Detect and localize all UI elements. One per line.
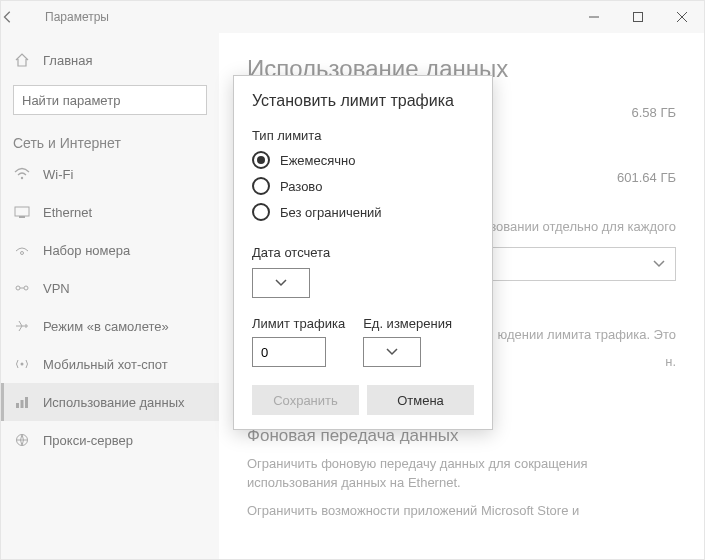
vpn-icon (13, 281, 31, 295)
maximize-button[interactable] (616, 1, 660, 33)
data-limit-input[interactable] (252, 337, 326, 367)
sidebar-home-label: Главная (43, 53, 92, 68)
svg-rect-1 (634, 13, 643, 22)
sidebar-home[interactable]: Главная (1, 41, 219, 79)
radio-label: Ежемесячно (280, 153, 356, 168)
sidebar-section-heading: Сеть и Интернет (1, 129, 219, 155)
ethernet-icon (13, 205, 31, 219)
sidebar-item-label: Мобильный хот-спот (43, 357, 168, 372)
radio-icon (252, 151, 270, 169)
data-limit-label: Лимит трафика (252, 316, 345, 331)
cancel-button[interactable]: Отмена (367, 385, 474, 415)
window-title: Параметры (45, 10, 109, 24)
svg-point-2 (21, 177, 23, 179)
svg-rect-12 (25, 397, 28, 408)
sidebar-item-airplane[interactable]: Режим «в самолете» (1, 307, 219, 345)
svg-rect-11 (21, 400, 24, 408)
close-button[interactable] (660, 1, 704, 33)
titlebar: Параметры (1, 1, 704, 33)
wifi-icon (13, 167, 31, 181)
radio-onetime[interactable]: Разово (252, 177, 474, 195)
sidebar-item-label: Ethernet (43, 205, 92, 220)
chevron-down-icon (275, 279, 287, 287)
radio-icon (252, 203, 270, 221)
reset-date-dropdown[interactable] (252, 268, 310, 298)
sidebar: Главная Сеть и Интернет Wi-Fi Ethernet Н… (1, 33, 219, 559)
chevron-down-icon (386, 348, 398, 356)
proxy-icon (13, 433, 31, 447)
sidebar-item-label: VPN (43, 281, 70, 296)
unit-dropdown[interactable] (363, 337, 421, 367)
sidebar-item-label: Использование данных (43, 395, 185, 410)
chevron-down-icon (653, 260, 665, 268)
search-container (13, 85, 207, 115)
minimize-button[interactable] (572, 1, 616, 33)
dialup-icon (13, 243, 31, 257)
svg-rect-3 (15, 207, 29, 216)
reset-date-label: Дата отсчета (252, 245, 474, 260)
home-icon (13, 52, 31, 68)
sidebar-item-ethernet[interactable]: Ethernet (1, 193, 219, 231)
search-input[interactable] (13, 85, 207, 115)
sidebar-item-proxy[interactable]: Прокси-сервер (1, 421, 219, 459)
sidebar-item-data-usage[interactable]: Использование данных (1, 383, 219, 421)
save-button[interactable]: Сохранить (252, 385, 359, 415)
sidebar-item-vpn[interactable]: VPN (1, 269, 219, 307)
background-data-text1: Ограничить фоновую передачу данных для с… (247, 454, 676, 493)
sidebar-item-wifi[interactable]: Wi-Fi (1, 155, 219, 193)
airplane-icon (13, 319, 31, 333)
svg-rect-4 (19, 216, 25, 218)
sidebar-item-label: Набор номера (43, 243, 130, 258)
back-button[interactable] (1, 10, 45, 24)
unit-label: Ед. измерения (363, 316, 452, 331)
radio-unlimited[interactable]: Без ограничений (252, 203, 474, 221)
hotspot-icon (13, 357, 31, 371)
radio-icon (252, 177, 270, 195)
sidebar-item-dialup[interactable]: Набор номера (1, 231, 219, 269)
usage-value-2: 601.64 ГБ (617, 170, 676, 185)
usage-value-1: 6.58 ГБ (632, 105, 676, 120)
radio-label: Без ограничений (280, 205, 382, 220)
data-usage-icon (13, 395, 31, 409)
limit-type-label: Тип лимита (252, 128, 474, 143)
sidebar-item-label: Wi-Fi (43, 167, 73, 182)
svg-rect-10 (16, 403, 19, 408)
set-data-limit-dialog: Установить лимит трафика Тип лимита Ежем… (233, 75, 493, 430)
svg-point-5 (21, 252, 24, 255)
background-data-text2: Ограничить возможности приложений Micros… (247, 501, 676, 521)
svg-point-7 (24, 286, 28, 290)
radio-monthly[interactable]: Ежемесячно (252, 151, 474, 169)
svg-point-9 (21, 363, 24, 366)
dialog-title: Установить лимит трафика (252, 92, 474, 110)
sidebar-item-hotspot[interactable]: Мобильный хот-спот (1, 345, 219, 383)
sidebar-item-label: Режим «в самолете» (43, 319, 169, 334)
sidebar-item-label: Прокси-сервер (43, 433, 133, 448)
radio-label: Разово (280, 179, 322, 194)
svg-point-6 (16, 286, 20, 290)
